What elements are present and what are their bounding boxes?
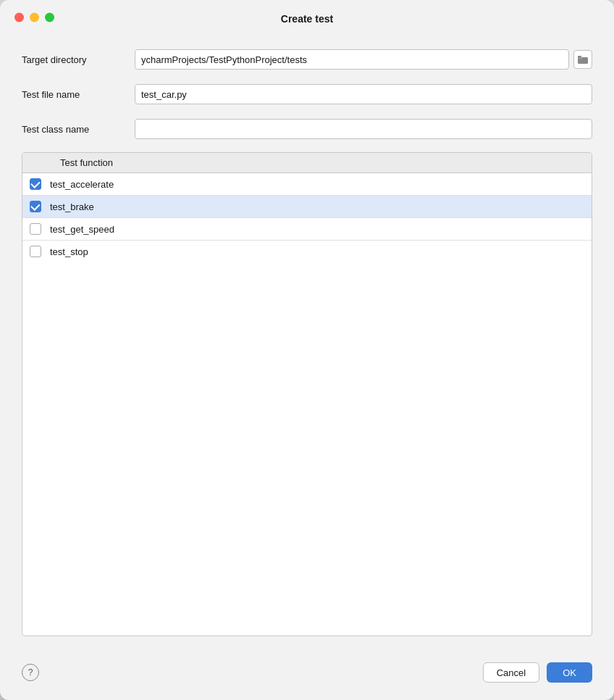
test-class-name-row: Test class name — [22, 112, 592, 146]
test-file-name-row: Test file name — [22, 77, 592, 112]
table-header: Test function — [22, 153, 592, 173]
row-label-test_brake: test_brake — [50, 201, 94, 212]
ok-button[interactable]: OK — [547, 662, 592, 683]
target-directory-input[interactable] — [135, 49, 569, 70]
folder-icon — [578, 55, 588, 64]
browse-folder-button[interactable] — [573, 50, 592, 69]
dialog-title: Create test — [281, 13, 333, 25]
test-file-name-input-wrap — [135, 84, 592, 104]
row-checkbox-test_get_speed[interactable] — [30, 223, 41, 235]
window-controls — [14, 13, 54, 22]
table-row[interactable]: test_accelerate — [22, 173, 592, 196]
test-class-name-input[interactable] — [135, 119, 592, 139]
row-checkbox-test_stop[interactable] — [30, 246, 41, 257]
table-row[interactable]: test_get_speed — [22, 218, 592, 241]
test-class-name-label: Test class name — [22, 124, 123, 135]
target-directory-input-wrap — [135, 49, 592, 70]
help-button[interactable]: ? — [22, 664, 39, 681]
footer-buttons: Cancel OK — [483, 662, 592, 683]
row-label-test_accelerate: test_accelerate — [50, 179, 114, 190]
row-checkbox-test_accelerate[interactable] — [30, 178, 41, 190]
table-row[interactable]: test_brake — [22, 196, 592, 218]
target-directory-label: Target directory — [22, 54, 123, 65]
cancel-button[interactable]: Cancel — [483, 662, 539, 683]
create-test-dialog: Create test Target directory Test file n… — [0, 0, 614, 700]
test-functions-list: Test function test_acceleratetest_braket… — [22, 152, 592, 636]
table-row[interactable]: test_stop — [22, 241, 592, 262]
target-directory-row: Target directory — [22, 42, 592, 77]
table-rows-container: test_acceleratetest_braketest_get_speedt… — [22, 173, 592, 262]
row-checkbox-test_brake[interactable] — [30, 201, 41, 212]
maximize-button[interactable] — [45, 13, 54, 22]
dialog-footer: ? Cancel OK — [0, 651, 614, 700]
minimize-button[interactable] — [30, 13, 39, 22]
table-column-header: Test function — [60, 157, 113, 168]
title-bar: Create test — [0, 0, 614, 35]
close-button[interactable] — [14, 13, 24, 22]
row-label-test_get_speed: test_get_speed — [50, 224, 114, 235]
test-class-name-input-wrap — [135, 119, 592, 139]
svg-rect-2 — [578, 56, 581, 58]
test-file-name-input[interactable] — [135, 84, 592, 104]
row-label-test_stop: test_stop — [50, 246, 88, 257]
test-file-name-label: Test file name — [22, 89, 123, 100]
dialog-content: Target directory Test file name — [0, 35, 614, 651]
